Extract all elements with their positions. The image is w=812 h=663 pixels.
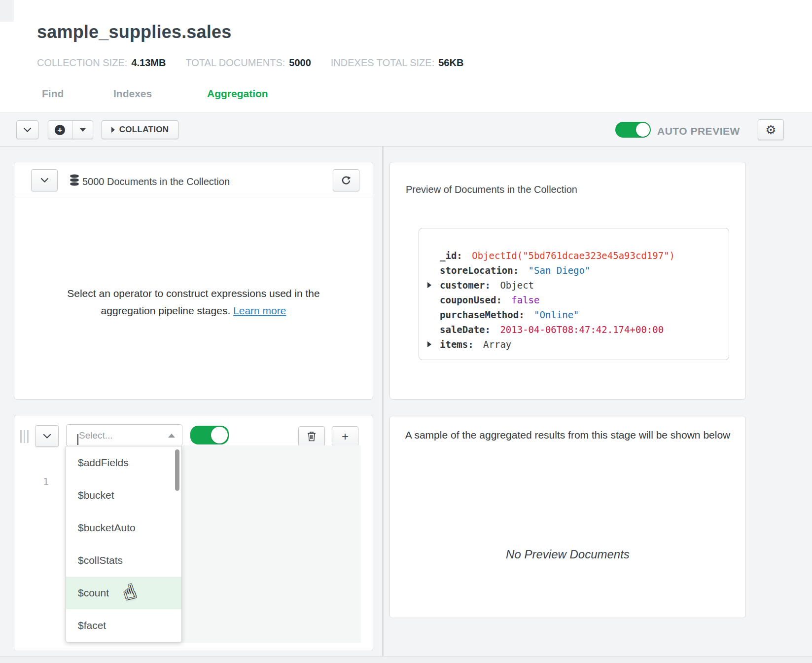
stage-drag-handle-icon[interactable]: [20, 430, 29, 443]
panel-resize-divider[interactable]: [382, 147, 384, 663]
preview-panel-title: Preview of Documents in the Collection: [406, 184, 577, 195]
page-title: sample_supplies.sales: [37, 22, 231, 42]
window-corner: [0, 0, 14, 22]
add-stage-menu-button[interactable]: [72, 121, 93, 139]
field-key: customer:: [440, 280, 491, 291]
field-key: saleDate:: [440, 324, 491, 335]
operator-option[interactable]: $addFields: [66, 446, 181, 479]
field-value: 2013-04-06T08:47:42.174+00:00: [500, 324, 664, 335]
helper-line1: Select an operator to construct expressi…: [67, 288, 319, 299]
field-value: ObjectId("5bd761dcae323e45a93cd197"): [472, 250, 675, 261]
stat-value: 4.13MB: [131, 57, 166, 69]
collection-tabs: Find Indexes Aggregation: [42, 88, 268, 100]
field-key: couponUsed:: [440, 295, 502, 305]
chevron-down-icon: [24, 128, 31, 132]
database-icon: [70, 174, 79, 186]
tab-find[interactable]: Find: [42, 88, 113, 100]
pipeline-workspace: 5000 Documents in the Collection Select …: [0, 147, 812, 663]
plus-icon: +: [342, 430, 349, 443]
collapse-all-button[interactable]: [16, 120, 38, 139]
toggle-knob: [211, 427, 228, 443]
field-value: Object: [500, 280, 534, 291]
tab-indexes[interactable]: Indexes: [113, 88, 207, 100]
field-value: "San Diego": [529, 265, 591, 276]
delete-stage-button[interactable]: [298, 426, 325, 446]
chevron-down-icon: [43, 434, 51, 439]
operator-option[interactable]: $bucketAuto: [66, 512, 181, 544]
add-stage-button[interactable]: +: [48, 121, 72, 139]
expand-arrow-icon[interactable]: [427, 341, 431, 347]
caret-up-icon: [168, 434, 175, 438]
stat-total-documents: TOTAL DOCUMENTS: 5000: [185, 57, 311, 69]
footer-strip: [0, 656, 812, 663]
caret-down-icon: [80, 128, 86, 132]
field-key: _id:: [440, 250, 462, 261]
stage-operator-select[interactable]: Select...: [66, 424, 182, 446]
aggregation-toolbar: + COLLATION AUTO PREVIEW ⚙: [0, 112, 812, 147]
document-field-row: purchaseMethod: "Online": [419, 307, 729, 322]
field-value: false: [511, 295, 539, 305]
source-collapse-button[interactable]: [31, 169, 58, 191]
stat-collection-size: COLLECTION SIZE: 4.13MB: [37, 57, 166, 69]
add-stage-after-button[interactable]: +: [332, 426, 358, 446]
helper-line2: aggregation pipeline stages.: [101, 305, 231, 316]
refresh-button[interactable]: [333, 169, 359, 191]
no-preview-label: No Preview Documents: [390, 548, 745, 561]
gear-icon: ⚙: [765, 123, 776, 137]
stage-preview-panel: A sample of the aggregated results from …: [389, 416, 746, 618]
plus-circle-icon: +: [55, 125, 65, 135]
field-key: items:: [440, 339, 474, 350]
operator-dropdown-list: $addFields $bucket $bucketAuto $collStat…: [66, 446, 182, 642]
settings-button[interactable]: ⚙: [758, 119, 784, 140]
collation-button[interactable]: COLLATION: [102, 120, 178, 139]
disclosure-right-icon: [111, 127, 115, 133]
field-value: "Online": [534, 309, 579, 320]
auto-preview-label: AUTO PREVIEW: [657, 125, 740, 137]
stage-preview-message: A sample of the aggregated results from …: [390, 429, 745, 441]
collection-stats: COLLECTION SIZE: 4.13MB TOTAL DOCUMENTS:…: [37, 57, 463, 69]
learn-more-link[interactable]: Learn more: [233, 305, 286, 316]
document-field-row: customer: Object: [419, 278, 729, 293]
auto-preview-toggle[interactable]: [615, 122, 651, 138]
text-cursor: [77, 434, 78, 445]
stat-label: INDEXES TOTAL SIZE:: [331, 57, 434, 69]
source-card-title: 5000 Documents in the Collection: [82, 176, 230, 187]
trash-icon: [307, 431, 316, 442]
source-documents-card: 5000 Documents in the Collection Select …: [14, 162, 373, 400]
document-field-row: _id: ObjectId("5bd761dcae323e45a93cd197"…: [419, 248, 729, 263]
tab-aggregation[interactable]: Aggregation: [207, 88, 268, 100]
document-field-row: saleDate: 2013-04-06T08:47:42.174+00:00: [419, 322, 729, 337]
field-value: Array: [483, 339, 511, 350]
stage-collapse-button[interactable]: [35, 425, 59, 447]
preview-documents-panel: Preview of Documents in the Collection _…: [389, 162, 746, 400]
stat-label: TOTAL DOCUMENTS:: [185, 57, 285, 69]
operator-option[interactable]: $facet: [66, 609, 181, 642]
stat-value: 56KB: [438, 57, 463, 69]
dropdown-scrollbar[interactable]: [175, 449, 179, 491]
operator-option[interactable]: $bucket: [66, 479, 181, 512]
operator-options: $addFields $bucket $bucketAuto $collStat…: [66, 446, 181, 642]
chevron-down-icon: [41, 178, 48, 183]
operator-option[interactable]: $collStats: [66, 544, 181, 577]
collation-label: COLLATION: [119, 125, 169, 135]
toggle-knob: [636, 123, 650, 137]
document-field-row: couponUsed: false: [419, 293, 729, 307]
stage-enabled-toggle[interactable]: [190, 426, 229, 444]
source-card-header: 5000 Documents in the Collection: [14, 162, 373, 197]
operator-helper-message: Select an operator to construct expressi…: [14, 285, 373, 319]
document-preview-card: _id: ObjectId("5bd761dcae323e45a93cd197"…: [419, 228, 729, 360]
stat-value: 5000: [289, 57, 311, 69]
document-field-row: storeLocation: "San Diego": [419, 263, 729, 278]
document-field-list: _id: ObjectId("5bd761dcae323e45a93cd197"…: [419, 248, 729, 352]
expand-arrow-icon[interactable]: [427, 282, 431, 288]
field-key: purchaseMethod:: [440, 309, 525, 320]
select-placeholder: Select...: [79, 430, 168, 441]
stat-indexes-size: INDEXES TOTAL SIZE: 56KB: [331, 57, 464, 69]
add-stage-split-button: +: [48, 120, 93, 139]
editor-line-number: 1: [34, 476, 49, 487]
document-field-row: items: Array: [419, 337, 729, 352]
refresh-icon: [341, 176, 351, 185]
field-key: storeLocation:: [440, 265, 519, 276]
stat-label: COLLECTION SIZE:: [37, 57, 127, 69]
